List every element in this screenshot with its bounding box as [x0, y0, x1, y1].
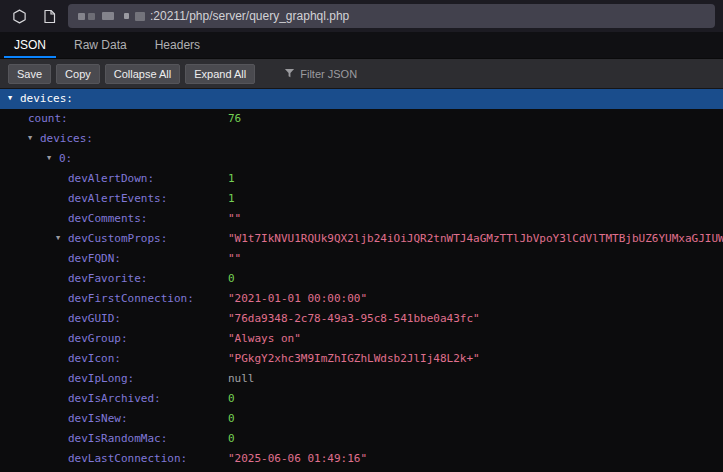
tree-row[interactable]: devAlertDown: 1 [0, 169, 723, 189]
chevron-down-icon[interactable]: ▼ [56, 229, 68, 248]
save-button[interactable]: Save [8, 64, 51, 84]
json-key: devCustomProps: [68, 232, 167, 245]
tracking-protection-shield-icon[interactable] [8, 5, 30, 27]
redacted-host-block [78, 13, 85, 20]
chevron-down-icon[interactable]: ▼ [47, 149, 59, 168]
json-key: 0: [59, 152, 72, 165]
chevron-down-icon[interactable]: ▼ [28, 129, 40, 148]
tree-row[interactable]: devIsRandomMac: 0 [0, 429, 723, 449]
tab-json-label: JSON [14, 38, 46, 52]
json-key: devIsNew: [68, 412, 128, 425]
json-value: 1 [228, 169, 235, 189]
json-value: "" [228, 209, 241, 229]
filter-json-wrap [284, 68, 420, 80]
url-text: :20211/php/server/query_graphql.php [150, 9, 349, 23]
tree-row[interactable]: devIcon: "PGkgY2xhc3M9ImZhIGZhLWdsb2JlIj… [0, 349, 723, 369]
json-value: "" [228, 249, 241, 269]
json-key: devIcon: [68, 352, 121, 365]
json-key: devGroup: [68, 332, 128, 345]
json-key: count: [28, 112, 68, 125]
json-value: 1 [228, 189, 235, 209]
json-key: devAlertDown: [68, 172, 154, 185]
json-value: 0 [228, 389, 235, 409]
tree-row[interactable]: devIpLong: null [0, 369, 723, 389]
json-key: devices: [40, 132, 93, 145]
tree-row-dev-custom-props[interactable]: ▼devCustomProps: "W1t7IkNVU1RQUk9QX2ljb2… [0, 229, 723, 249]
json-key: devIpLong: [68, 372, 134, 385]
json-value: 0 [228, 269, 235, 289]
tab-raw-data[interactable]: Raw Data [60, 32, 141, 58]
chevron-down-icon[interactable]: ▼ [8, 89, 20, 108]
json-value: 76 [228, 109, 241, 129]
tree-row[interactable]: devFirstConnection: "2021-01-01 00:00:00… [0, 289, 723, 309]
json-value: "2025-06-06 01:49:16" [228, 449, 367, 469]
json-viewer-tab-bar: JSON Raw Data Headers [0, 32, 723, 59]
json-key: devIsArchived: [68, 392, 161, 405]
json-key: devAlertEvents: [68, 192, 167, 205]
browser-toolbar: :20211/php/server/query_graphql.php [0, 0, 723, 32]
tab-headers-label: Headers [155, 38, 200, 52]
json-key: devIsRandomMac: [68, 432, 167, 445]
tree-row[interactable]: devFavorite: 0 [0, 269, 723, 289]
redacted-host-block [88, 13, 95, 20]
tab-json[interactable]: JSON [0, 32, 60, 58]
url-bar[interactable]: :20211/php/server/query_graphql.php [68, 4, 715, 28]
json-key: devices: [20, 92, 73, 105]
tree-row-count[interactable]: count: 76 [0, 109, 723, 129]
tree-row[interactable]: devAlertEvents: 1 [0, 189, 723, 209]
json-value: "2021-01-01 00:00:00" [228, 289, 367, 309]
json-tree: ▼devices: count: 76 ▼devices: ▼0: devAle… [0, 89, 723, 469]
tree-row[interactable]: devIsArchived: 0 [0, 389, 723, 409]
tree-row[interactable]: devLastConnection: "2025-06-06 01:49:16" [0, 449, 723, 469]
filter-funnel-icon [284, 68, 295, 79]
json-value: null [228, 369, 255, 389]
redacted-host-block [124, 13, 129, 19]
tree-row[interactable]: devGUID: "76da9348-2c78-49a3-95c8-541bbe… [0, 309, 723, 329]
json-key: devFQDN: [68, 252, 121, 265]
redacted-host-block [102, 12, 114, 20]
json-value: "Always on" [228, 329, 301, 349]
tree-row[interactable]: devIsNew: 0 [0, 409, 723, 429]
json-value: "W1t7IkNVU1RQUk9QX2ljb24iOiJQR2tnWTJ4aGM… [228, 229, 723, 249]
filter-json-input[interactable] [300, 68, 420, 80]
json-key: devComments: [68, 212, 147, 225]
tree-row-devices-root[interactable]: ▼devices: [0, 89, 723, 109]
json-toolbar: Save Copy Collapse All Expand All [0, 59, 723, 89]
redacted-host-block [135, 12, 145, 21]
tree-row-devices-array[interactable]: ▼devices: [0, 129, 723, 149]
json-value: 0 [228, 409, 235, 429]
tree-row[interactable]: devFQDN: "" [0, 249, 723, 269]
copy-button[interactable]: Copy [56, 64, 100, 84]
expand-all-button[interactable]: Expand All [185, 64, 255, 84]
tab-raw-data-label: Raw Data [74, 38, 127, 52]
tree-row[interactable]: devComments: "" [0, 209, 723, 229]
page-info-icon[interactable] [38, 5, 60, 27]
collapse-all-button[interactable]: Collapse All [105, 64, 180, 84]
json-key: devLastConnection: [68, 452, 187, 465]
tab-headers[interactable]: Headers [141, 32, 214, 58]
json-value: "76da9348-2c78-49a3-95c8-541bbe0a43fc" [228, 309, 480, 329]
json-key: devFirstConnection: [68, 292, 194, 305]
tree-row-index-0[interactable]: ▼0: [0, 149, 723, 169]
json-value: "PGkgY2xhc3M9ImZhIGZhLWdsb2JlIj48L2k+" [228, 349, 480, 369]
json-key: devGUID: [68, 312, 121, 325]
json-key: devFavorite: [68, 272, 147, 285]
json-value: 0 [228, 429, 235, 449]
tree-row[interactable]: devGroup: "Always on" [0, 329, 723, 349]
